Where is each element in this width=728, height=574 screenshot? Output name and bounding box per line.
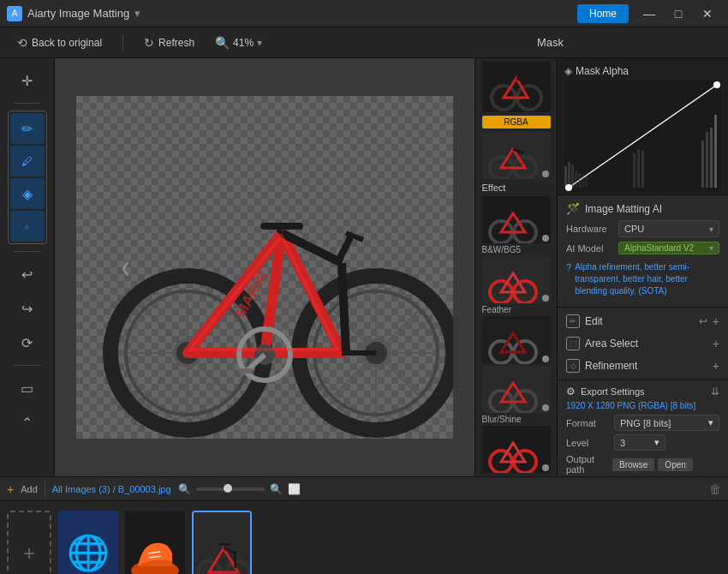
svg-rect-71 bbox=[571, 164, 574, 188]
add-thumbnail-button[interactable]: + bbox=[7, 511, 51, 575]
bottom-panel: + + Add All Images (3) / B_00003.jpg 🔍 🔍… bbox=[0, 476, 728, 574]
thumb-2-image bbox=[125, 511, 185, 575]
settings-panel: ◈ Mask Alpha bbox=[557, 58, 728, 476]
svg-point-83 bbox=[565, 184, 572, 191]
effect-thumbnail-5[interactable] bbox=[482, 426, 551, 473]
browse-button[interactable]: Browse bbox=[612, 458, 654, 471]
refinement-icon: ◇ bbox=[566, 359, 580, 373]
svg-rect-76 bbox=[633, 153, 636, 188]
info-icon: ? bbox=[566, 261, 571, 297]
title-bar: A Aiarty Image Matting ▾ Home — □ ✕ bbox=[0, 0, 728, 27]
svg-rect-95 bbox=[218, 543, 230, 546]
left-toolbar: ✛ ✏ 🖊 ◈ ⬦ ↩ ↪ ⟳ ▭ ⌃ bbox=[0, 58, 55, 476]
thumbnail-2[interactable] bbox=[125, 511, 185, 575]
refresh-button[interactable]: ↻ Refresh bbox=[137, 33, 201, 53]
refinement-plus-button[interactable]: + bbox=[713, 359, 719, 373]
redo-button[interactable]: ↪ bbox=[10, 293, 45, 324]
histogram-svg bbox=[564, 81, 721, 192]
export-header: ⚙ Export Settings ⇊ bbox=[566, 386, 719, 398]
brush-tool-button[interactable]: ✏ bbox=[10, 113, 45, 144]
scroll-left-button[interactable]: ❮ bbox=[120, 260, 131, 276]
thumbnail-1[interactable]: 🌐 bbox=[58, 511, 118, 575]
effect-1-label: B&W/BG5 bbox=[482, 245, 551, 254]
main-thumb-image bbox=[482, 62, 551, 112]
edit-row[interactable]: ✏ Edit ↩ + bbox=[566, 310, 719, 332]
hardware-label: Hardware bbox=[566, 224, 613, 234]
output-path-row: Output path Browse Open bbox=[566, 454, 719, 475]
zoom-icon: 🔍 bbox=[215, 36, 230, 50]
fill-tool-button[interactable]: ⬦ bbox=[10, 211, 45, 242]
maximize-button[interactable]: □ bbox=[665, 0, 692, 27]
zoom-slider-track[interactable] bbox=[196, 487, 265, 491]
main-thumbnail bbox=[482, 62, 551, 112]
move-tool-button[interactable]: ✛ bbox=[10, 65, 45, 96]
format-dropdown[interactable]: PNG [8 bits] ▾ bbox=[614, 415, 719, 431]
title-bar-left: A Aiarty Image Matting ▾ bbox=[7, 6, 140, 21]
area-select-row[interactable]: ⬚ Area Select + bbox=[566, 332, 719, 355]
export-collapse-icon[interactable]: ⇊ bbox=[711, 386, 719, 398]
area-select-plus-button[interactable]: + bbox=[713, 337, 719, 350]
rect-select-button[interactable]: ▭ bbox=[10, 373, 45, 404]
zoom-out-icon[interactable]: 🔍 bbox=[178, 483, 191, 495]
trash-button[interactable]: 🗑 bbox=[709, 482, 721, 496]
area-select-label: Area Select bbox=[585, 338, 638, 350]
rgba-badge[interactable]: RGBA bbox=[482, 116, 551, 129]
close-button[interactable]: ✕ bbox=[694, 0, 721, 27]
current-filename: B_00003.jpg bbox=[118, 484, 171, 494]
edit-plus-button[interactable]: + bbox=[713, 314, 719, 328]
fit-icon[interactable]: ⬜ bbox=[288, 483, 301, 495]
home-button[interactable]: Home bbox=[577, 4, 629, 23]
tool-separator-2 bbox=[15, 251, 40, 252]
thumbnail-dot bbox=[542, 235, 549, 242]
format-label: Format bbox=[566, 418, 609, 428]
thumbnail-3[interactable] bbox=[192, 511, 252, 575]
dropdown-arrow[interactable]: ▾ bbox=[134, 7, 140, 20]
export-subtitle: 1920 X 1280 PNG (RGBA) [8 bits] bbox=[566, 401, 719, 410]
level-value: 3 bbox=[620, 438, 625, 448]
title-bar-right: Home — □ ✕ bbox=[577, 0, 721, 27]
thumb-3-bg bbox=[194, 512, 250, 575]
history-button[interactable]: ⟳ bbox=[10, 327, 45, 358]
hardware-arrow: ▾ bbox=[709, 224, 713, 234]
effect-thumbnail-4[interactable] bbox=[482, 366, 551, 413]
undo-button[interactable]: ↩ bbox=[10, 259, 45, 290]
svg-rect-81 bbox=[710, 128, 713, 188]
zoom-slider-thumb[interactable] bbox=[224, 484, 232, 493]
app-title: Aiarty Image Matting bbox=[27, 7, 129, 20]
tool-separator-1 bbox=[15, 103, 40, 104]
add-image-button[interactable]: + + Add bbox=[7, 482, 38, 496]
effect-2-label: Feather bbox=[482, 305, 551, 314]
zoom-value[interactable]: 41% bbox=[233, 37, 254, 49]
top-toolbar: ⟲ Back to original ↻ Refresh 🔍 41% ▾ Mas… bbox=[0, 27, 728, 58]
effect-thumbnail-3[interactable] bbox=[482, 316, 551, 363]
all-images-link[interactable]: All Images (3) bbox=[52, 484, 110, 494]
svg-line-19 bbox=[386, 363, 419, 396]
open-button[interactable]: Open bbox=[658, 458, 692, 471]
level-dropdown[interactable]: 3 ▾ bbox=[614, 434, 665, 451]
effect-thumbnail-1[interactable] bbox=[482, 196, 551, 243]
svg-line-25 bbox=[342, 263, 346, 353]
svg-rect-79 bbox=[701, 141, 704, 188]
zoom-arrow[interactable]: ▾ bbox=[257, 37, 262, 49]
hardware-dropdown[interactable]: CPU ▾ bbox=[618, 220, 719, 237]
back-to-original-button[interactable]: ⟲ Back to original bbox=[10, 33, 109, 53]
effect-label: Effect bbox=[482, 181, 551, 194]
zoom-in-button[interactable]: ⌃ bbox=[10, 407, 45, 438]
pen-tool-button[interactable]: 🖊 bbox=[10, 146, 45, 176]
add-text: Add bbox=[21, 484, 38, 494]
back-label: Back to original bbox=[32, 37, 102, 49]
effect-4-label: Blur/Shine bbox=[482, 415, 551, 424]
rgba-thumbnail[interactable] bbox=[482, 132, 551, 179]
level-row: Level 3 ▾ bbox=[566, 434, 719, 451]
minimize-button[interactable]: — bbox=[636, 0, 663, 27]
matting-ai-header[interactable]: 🪄 Image Matting AI bbox=[566, 202, 719, 215]
zoom-in-icon[interactable]: 🔍 bbox=[270, 483, 283, 495]
svg-line-8 bbox=[196, 363, 230, 396]
effect-thumbnail-2[interactable] bbox=[482, 256, 551, 303]
ai-model-dropdown[interactable]: AlphaStandard V2 ▾ bbox=[618, 242, 719, 254]
refinement-row[interactable]: ◇ Refinement + bbox=[566, 355, 719, 377]
svg-line-94 bbox=[235, 553, 236, 568]
thumbnails-row: + 🌐 bbox=[0, 501, 728, 574]
erase-tool-button[interactable]: ◈ bbox=[10, 178, 45, 209]
undo-icon[interactable]: ↩ bbox=[699, 315, 707, 327]
